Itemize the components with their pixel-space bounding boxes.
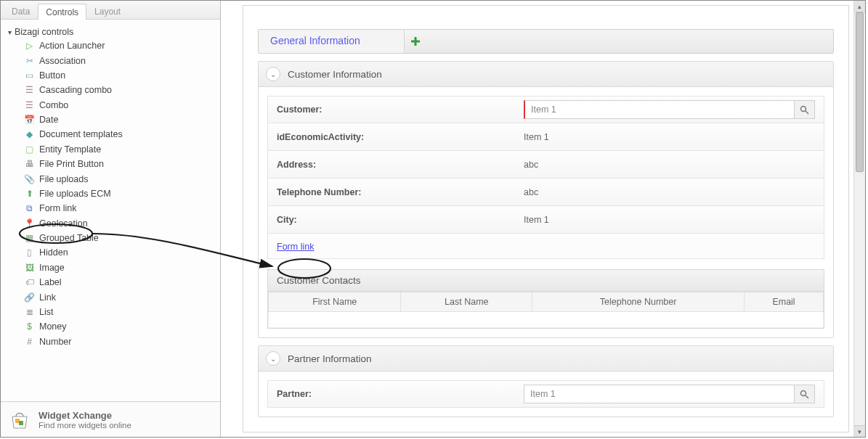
tree-root-bizagi-controls[interactable]: ▾ Bizagi controls bbox=[8, 25, 217, 38]
search-button[interactable] bbox=[794, 385, 814, 403]
value-telephone: abc bbox=[524, 187, 538, 197]
group-customer-information: ⌄ Customer Information Customer: bbox=[258, 61, 834, 338]
search-icon bbox=[800, 390, 809, 399]
control-label: Label bbox=[39, 277, 62, 287]
partner-input[interactable] bbox=[524, 385, 794, 403]
scroll-track[interactable] bbox=[854, 12, 865, 425]
customer-search[interactable] bbox=[524, 100, 815, 119]
contacts-title: Customer Contacts bbox=[268, 270, 824, 292]
tab-data[interactable]: Data bbox=[4, 3, 38, 19]
control-icon: 📍 bbox=[24, 218, 35, 229]
control-label: Form link bbox=[39, 203, 76, 213]
control-list[interactable]: ≣List bbox=[21, 305, 217, 319]
svg-point-4 bbox=[801, 106, 806, 111]
control-cascading-combo[interactable]: ☰Cascading combo bbox=[21, 83, 217, 97]
plus-icon bbox=[410, 36, 421, 46]
col-last-name: Last Name bbox=[401, 292, 532, 312]
row-formlink: Form link bbox=[267, 234, 824, 259]
label-partner: Partner: bbox=[277, 389, 524, 399]
svg-point-6 bbox=[801, 390, 806, 395]
control-image[interactable]: 🖼Image bbox=[21, 260, 217, 275]
control-label: Cascading combo bbox=[39, 85, 112, 95]
control-link[interactable]: 🔗Link bbox=[21, 290, 217, 304]
control-money[interactable]: $Money bbox=[21, 319, 217, 334]
control-button[interactable]: ▭Button bbox=[21, 68, 217, 83]
control-label: Grouped Table bbox=[39, 233, 99, 243]
control-icon: ≣ bbox=[24, 306, 35, 317]
widget-xchange[interactable]: Widget Xchange Find more widgets online bbox=[1, 401, 220, 437]
tab-layout[interactable]: Layout bbox=[86, 3, 129, 19]
add-tab-button[interactable] bbox=[405, 30, 426, 53]
control-label[interactable]: 🏷Label bbox=[21, 275, 217, 290]
label-customer: Customer: bbox=[277, 104, 524, 115]
control-file-print-button[interactable]: 🖶File Print Button bbox=[21, 157, 217, 171]
group-title: Partner Information bbox=[288, 353, 372, 364]
tab-general-information[interactable]: General Information bbox=[259, 30, 405, 53]
scroll-up-icon[interactable]: ▴ bbox=[854, 1, 865, 12]
control-icon: $ bbox=[24, 321, 35, 332]
control-label: Association bbox=[39, 56, 86, 66]
svg-line-7 bbox=[806, 395, 808, 398]
control-label: Number bbox=[39, 337, 71, 347]
search-button[interactable] bbox=[794, 101, 814, 118]
left-panel: Data Controls Layout ▾ Bizagi controls ▷… bbox=[1, 1, 221, 437]
control-form-link[interactable]: ⧉Form link bbox=[21, 201, 217, 216]
scroll-down-icon[interactable]: ▾ bbox=[854, 425, 865, 437]
control-hidden[interactable]: ▯Hidden bbox=[21, 245, 217, 260]
label-activity: idEconomicActivity: bbox=[277, 132, 524, 142]
control-icon: 🏷 bbox=[24, 277, 35, 288]
control-icon: ▦ bbox=[24, 233, 35, 244]
control-icon: ▢ bbox=[24, 144, 35, 155]
control-grouped-table[interactable]: ▦Grouped Table bbox=[21, 231, 217, 245]
control-icon: ▷ bbox=[24, 41, 35, 52]
tab-controls[interactable]: Controls bbox=[38, 4, 86, 20]
row-partner: Partner: bbox=[267, 380, 824, 408]
search-icon bbox=[800, 105, 809, 115]
control-entity-template[interactable]: ▢Entity Template bbox=[21, 142, 217, 157]
control-label: File Print Button bbox=[39, 159, 104, 169]
control-icon: ☰ bbox=[24, 99, 35, 110]
control-label: Money bbox=[39, 321, 67, 332]
control-icon: ⧉ bbox=[24, 203, 35, 214]
scrollbar[interactable]: ▴ ▾ bbox=[853, 1, 865, 437]
customer-contacts-table: Customer Contacts First NameLast NameTel… bbox=[267, 269, 824, 329]
control-icon: 📅 bbox=[24, 115, 35, 126]
control-label: File uploads bbox=[39, 174, 88, 184]
row-city: City: Item 1 bbox=[267, 206, 824, 234]
group-partner-information: ⌄ Partner Information Partner: bbox=[258, 345, 834, 417]
label-address: Address: bbox=[277, 160, 524, 170]
control-association[interactable]: ✂Association bbox=[21, 53, 217, 67]
control-icon: ⬆ bbox=[24, 188, 35, 199]
partner-search[interactable] bbox=[524, 385, 815, 403]
control-label: Entity Template bbox=[39, 144, 101, 155]
control-file-uploads[interactable]: 📎File uploads bbox=[21, 171, 217, 186]
control-action-launcher[interactable]: ▷Action Launcher bbox=[21, 38, 217, 53]
collapse-toggle[interactable]: ⌄ bbox=[266, 351, 280, 366]
value-city: Item 1 bbox=[524, 215, 549, 225]
control-file-uploads-ecm[interactable]: ⬆File uploads ECM bbox=[21, 186, 217, 201]
value-activity: Item 1 bbox=[524, 132, 549, 142]
control-icon: ▭ bbox=[24, 70, 35, 81]
widget-xchange-title: Widget Xchange bbox=[38, 410, 131, 421]
table-empty-row bbox=[269, 312, 824, 328]
control-icon: ◆ bbox=[24, 129, 35, 140]
control-date[interactable]: 📅Date bbox=[21, 112, 217, 127]
control-icon: ✂ bbox=[24, 55, 35, 66]
svg-line-5 bbox=[806, 111, 808, 114]
control-icon: 📎 bbox=[24, 173, 35, 184]
control-combo[interactable]: ☰Combo bbox=[21, 98, 217, 112]
customer-input[interactable] bbox=[525, 101, 794, 118]
control-geolocation[interactable]: 📍Geolocation bbox=[21, 216, 217, 231]
svg-rect-1 bbox=[19, 421, 23, 425]
control-label: Button bbox=[39, 70, 65, 81]
form-link[interactable]: Form link bbox=[277, 242, 314, 252]
row-telephone: Telephone Number: abc bbox=[267, 179, 824, 206]
chevron-down-icon: ▾ bbox=[8, 28, 12, 36]
control-number[interactable]: #Number bbox=[21, 335, 217, 349]
svg-rect-3 bbox=[411, 41, 420, 43]
control-document-templates[interactable]: ◆Document templates bbox=[21, 127, 217, 141]
collapse-toggle[interactable]: ⌄ bbox=[266, 67, 280, 81]
scroll-thumb[interactable] bbox=[856, 12, 864, 172]
row-address: Address: abc bbox=[267, 151, 824, 179]
col-telephone-number: Telephone Number bbox=[532, 292, 745, 312]
